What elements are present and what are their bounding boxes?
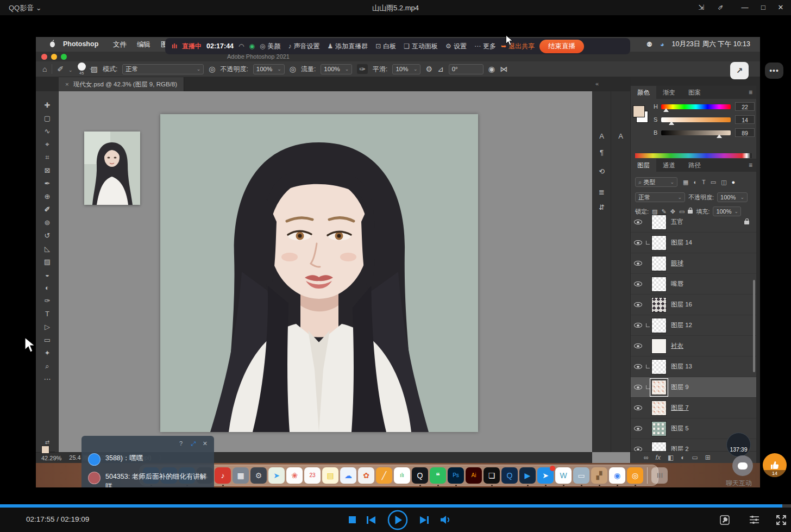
adjustment-layer-icon[interactable]: ◐ <box>681 454 685 461</box>
brightness-value[interactable]: 89 <box>735 128 755 137</box>
layer-thumbnail[interactable] <box>651 421 667 436</box>
layer-mask-icon[interactable]: ◧ <box>668 454 674 461</box>
dock-tencent-cloud[interactable]: ☁ <box>340 467 356 484</box>
browser-status-icon[interactable]: ◕ <box>660 41 664 48</box>
layer-name[interactable]: 眼球 <box>671 259 683 267</box>
healing-brush-tool[interactable]: ⊕ <box>36 190 59 203</box>
input-method-icon[interactable]: ⚉ <box>646 40 652 48</box>
flow-pressure-icon[interactable]: ◎ <box>290 65 296 73</box>
layer-row[interactable]: 图层 16 <box>631 295 756 315</box>
character-panel-icon[interactable]: A <box>593 132 611 140</box>
video-frame[interactable]: Photoshop 文件 编辑 图像 ⚉ ◕ 10月23日 周六 下午 10:1… <box>0 15 791 504</box>
layer-name[interactable]: 图层 12 <box>671 321 692 329</box>
like-button[interactable]: 14 <box>763 453 787 477</box>
layer-row[interactable]: 五官 <box>631 212 756 233</box>
beauty-button[interactable]: ◎美颜 <box>260 42 280 51</box>
expand-icon[interactable]: ⤢ <box>191 440 196 447</box>
dock-pencil-app[interactable]: ╱ <box>376 467 392 484</box>
dock-w-app[interactable]: W <box>555 467 572 484</box>
previous-button[interactable] <box>365 508 377 532</box>
maximize-icon[interactable]: □ <box>756 2 770 13</box>
meeting-app-icon[interactable]: ◉ <box>249 42 255 50</box>
reference-photo[interactable] <box>84 132 140 205</box>
visibility-toggle[interactable] <box>631 364 645 369</box>
opacity-pressure-icon[interactable]: ◎ <box>209 65 215 73</box>
dock-photoshop[interactable]: Ps <box>448 467 464 484</box>
layer-row[interactable]: 图层 13 <box>631 356 756 377</box>
zoom-traffic-light[interactable] <box>61 54 67 60</box>
dock-player[interactable]: ▶ <box>519 467 536 484</box>
properties-panel-icon[interactable]: ≣ <box>593 188 611 196</box>
layer-thumbnail[interactable] <box>651 380 667 395</box>
more-tools[interactable]: ⋯ <box>36 373 59 386</box>
layer-thumbnail[interactable] <box>651 339 667 354</box>
glyphs-panel-icon[interactable]: A <box>611 132 630 140</box>
layer-thumbnail[interactable] <box>651 256 667 271</box>
dodge-tool[interactable]: ◐ <box>36 281 59 295</box>
layer-name[interactable]: 嘴唇 <box>671 280 683 288</box>
eraser-tool[interactable]: ◺ <box>36 242 59 255</box>
dock-screenshot[interactable]: ▭ <box>573 467 589 484</box>
eyedropper-tool[interactable]: ✒ <box>36 177 59 190</box>
move-tool[interactable]: ✚ <box>36 99 59 112</box>
visibility-toggle[interactable] <box>631 343 645 348</box>
layer-row[interactable]: 图层 14 <box>631 233 756 253</box>
zoom-tool[interactable]: ⌕ <box>36 360 59 373</box>
filter-bulb-icon[interactable]: ● <box>732 179 736 186</box>
dock-pinwheel-app[interactable]: ✿ <box>358 467 374 484</box>
hue-slider[interactable] <box>661 104 731 109</box>
visibility-toggle[interactable] <box>631 385 645 390</box>
brush-tool[interactable]: ✐ <box>36 203 59 216</box>
hand-tool[interactable]: ✦ <box>36 347 59 360</box>
interaction-panel-button[interactable]: ❑互动面板 <box>404 42 438 51</box>
dock-illustrator[interactable]: Ai <box>466 467 482 484</box>
layer-row[interactable]: 衬衣 <box>631 336 756 356</box>
dock-maps[interactable]: ➤ <box>268 467 285 484</box>
blur-tool[interactable]: ◒ <box>36 268 59 281</box>
layer-row[interactable]: 图层 9 <box>631 377 756 398</box>
smoothing-gear-icon[interactable]: ⚙ <box>425 65 432 73</box>
visibility-toggle[interactable] <box>631 240 645 245</box>
layer-name[interactable]: 图层 9 <box>671 383 689 391</box>
pen-tool[interactable]: ✑ <box>36 295 59 308</box>
filter-type-icon[interactable]: T <box>702 179 706 186</box>
dock-settings[interactable]: ⚙ <box>250 467 267 484</box>
dock-trash[interactable]: ☰ <box>651 467 668 484</box>
layer-name[interactable]: 图层 16 <box>671 301 692 309</box>
gradient-tool[interactable]: ▨ <box>36 255 59 268</box>
layers-tab-0[interactable]: 图层 <box>631 159 656 172</box>
filter-pixel-icon[interactable]: ▦ <box>683 179 688 186</box>
new-group-icon[interactable]: ▭ <box>692 454 698 461</box>
frame-tool[interactable]: ⊠ <box>36 164 59 177</box>
saturation-value[interactable]: 14 <box>735 115 755 124</box>
saturation-slider-handle[interactable] <box>669 121 674 125</box>
layer-thumbnail[interactable] <box>651 400 667 416</box>
filter-smart-icon[interactable]: ◫ <box>721 179 726 186</box>
dock-netease-music[interactable]: ♪ <box>215 467 231 484</box>
layer-style-icon[interactable]: fx <box>656 454 661 461</box>
color-tab-0[interactable]: 颜色 <box>631 86 656 99</box>
history-panel-icon[interactable]: ⇵ <box>593 203 611 211</box>
sound-settings-button[interactable]: ♪声音设置 <box>288 42 320 51</box>
close-traffic-light[interactable] <box>41 54 47 60</box>
layer-thumbnail[interactable] <box>651 297 667 312</box>
history-brush-tool[interactable]: ↺ <box>36 229 59 242</box>
layer-name[interactable]: 衬衣 <box>671 342 683 350</box>
brightness-slider-handle[interactable] <box>717 134 722 138</box>
layers-tab-2[interactable]: 路径 <box>682 159 707 172</box>
layer-thumbnail[interactable] <box>651 359 667 374</box>
paragraph-panel-icon[interactable]: ¶ <box>593 148 611 157</box>
menu-photoshop[interactable]: Photoshop <box>63 40 98 48</box>
layers-scrollbar[interactable] <box>753 280 755 372</box>
symmetry-icon[interactable]: ⋈ <box>500 65 507 73</box>
layer-name[interactable]: 五官 <box>671 218 683 226</box>
dock-calculator[interactable]: ▦ <box>233 467 249 484</box>
visibility-toggle[interactable] <box>631 447 645 451</box>
dock-bandicam[interactable]: ◎ <box>627 467 643 484</box>
layer-thumbnail[interactable] <box>651 318 667 333</box>
layer-row[interactable]: 眼球 <box>631 253 756 274</box>
layer-thumbnail[interactable] <box>651 277 667 292</box>
menu-edit[interactable]: 编辑 <box>137 40 150 49</box>
layer-blend-select[interactable]: 正常⌄ <box>635 192 685 202</box>
smoothing-select[interactable]: 10%⌄ <box>392 64 420 74</box>
